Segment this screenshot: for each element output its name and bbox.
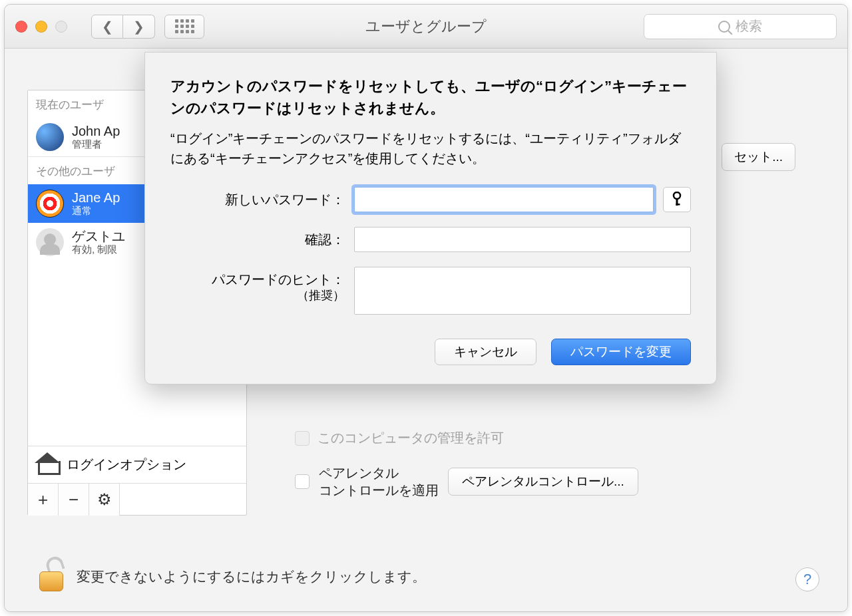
add-user-button[interactable]: +	[28, 484, 59, 516]
password-assistant-button[interactable]	[663, 187, 691, 212]
close-window-button[interactable]	[15, 21, 27, 33]
lock-text: 変更できないようにするにはカギをクリックします。	[77, 567, 426, 586]
traffic-lights	[15, 21, 67, 33]
user-role: 有効, 制限	[72, 243, 125, 256]
user-avatar-icon	[36, 123, 64, 151]
parental-controls-row: ペアレンタル コントロールを適用 ペアレンタルコントロール...	[295, 464, 638, 499]
nav-buttons: ❮ ❯	[91, 15, 155, 39]
help-button[interactable]: ?	[795, 567, 819, 591]
allow-admin-row: このコンピュータの管理を許可	[295, 429, 504, 447]
confirm-password-input[interactable]	[354, 227, 691, 252]
preferences-window: ❮ ❯ ユーザとグループ 検索 現在のユーザ	[4, 4, 848, 612]
change-password-button[interactable]: パスワードを変更	[551, 339, 691, 365]
password-hint-input[interactable]	[354, 267, 691, 315]
reset-password-sheet: アカウントのパスワードをリセットしても、ユーザの“ログイン”キーチェーンのパスワ…	[144, 52, 717, 385]
back-button[interactable]: ❮	[91, 15, 123, 39]
allow-admin-label: このコンピュータの管理を許可	[318, 429, 504, 447]
open-parental-controls-button[interactable]: ペアレンタルコントロール...	[448, 468, 638, 496]
zoom-window-button[interactable]	[55, 21, 67, 33]
chevron-left-icon: ❮	[102, 19, 113, 35]
svg-point-0	[674, 192, 680, 199]
action-menu-button[interactable]: ⚙	[89, 484, 120, 516]
allow-admin-checkbox	[295, 431, 310, 446]
unlock-icon[interactable]	[38, 559, 65, 594]
forward-button[interactable]: ❯	[123, 15, 155, 39]
user-name: Jane Ap	[72, 190, 120, 205]
confirm-password-label: 確認：	[170, 227, 354, 248]
user-role: 通常	[72, 205, 120, 218]
password-hint-label: パスワードのヒント： （推奨）	[170, 267, 354, 303]
sidebar-action-buttons: + − ⚙	[28, 483, 246, 515]
help-icon: ?	[803, 571, 811, 588]
gear-icon: ⚙	[97, 490, 112, 509]
reset-password-button[interactable]: セット...	[722, 143, 795, 171]
svg-rect-2	[676, 204, 680, 206]
guest-avatar-icon	[36, 228, 64, 256]
new-password-input[interactable]	[354, 187, 654, 212]
confirm-password-row: 確認：	[170, 227, 691, 252]
login-options-label: ログインオプション	[67, 456, 186, 474]
user-role: 管理者	[72, 138, 120, 151]
chevron-right-icon: ❯	[133, 19, 144, 35]
show-all-button[interactable]	[164, 15, 204, 39]
house-icon	[36, 455, 59, 475]
new-password-row: 新しいパスワード：	[170, 187, 691, 212]
search-icon	[718, 21, 730, 33]
key-icon	[670, 192, 684, 208]
user-name: John Ap	[72, 124, 120, 138]
grid-icon	[175, 19, 194, 33]
parental-label: ペアレンタル コントロールを適用	[319, 464, 439, 499]
remove-user-button[interactable]: −	[59, 484, 89, 516]
new-password-label: 新しいパスワード：	[170, 187, 354, 208]
password-hint-row: パスワードのヒント： （推奨）	[170, 267, 691, 315]
sheet-description: “ログイン”キーチェーンのパスワードをリセットするには、“ユーティリティ”フォル…	[170, 128, 691, 168]
sheet-button-row: キャンセル パスワードを変更	[170, 339, 691, 365]
parental-checkbox[interactable]	[295, 474, 310, 489]
user-avatar-icon	[36, 190, 64, 218]
sheet-heading: アカウントのパスワードをリセットしても、ユーザの“ログイン”キーチェーンのパスワ…	[170, 75, 691, 119]
search-field[interactable]: 検索	[644, 14, 837, 39]
search-placeholder: 検索	[736, 17, 762, 35]
lock-row: 変更できないようにするにはカギをクリックします。	[38, 559, 426, 594]
minimize-window-button[interactable]	[35, 21, 47, 33]
cancel-button[interactable]: キャンセル	[435, 339, 536, 365]
titlebar: ❮ ❯ ユーザとグループ 検索	[5, 5, 847, 49]
login-options-row[interactable]: ログインオプション	[28, 446, 246, 483]
content-area: 現在のユーザ John Ap 管理者 その他のユーザ Jane Ap 通常	[5, 49, 847, 611]
user-name: ゲストユ	[72, 229, 125, 243]
